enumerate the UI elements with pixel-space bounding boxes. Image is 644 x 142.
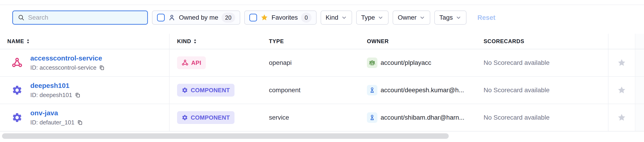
column-header-label: NAME bbox=[7, 38, 24, 45]
type-value: component bbox=[269, 86, 300, 94]
owner-label: account/plplayacc bbox=[380, 59, 432, 66]
api-entity-icon bbox=[12, 57, 22, 68]
kind-cell: COMPONENT bbox=[169, 77, 262, 104]
search-input[interactable] bbox=[28, 14, 143, 21]
column-header-label: TYPE bbox=[269, 38, 284, 45]
type-value: service bbox=[269, 114, 289, 121]
column-header-label: KIND bbox=[177, 38, 191, 45]
entity-name-link[interactable]: deepesh101 bbox=[30, 82, 81, 89]
catalog-page: Owned by me 20 Favorites 0 Kind Type bbox=[0, 0, 644, 142]
name-stack: deepesh101 ID: deepesh101 bbox=[30, 82, 81, 99]
top-divider bbox=[0, 5, 644, 5]
column-header-label: OWNER bbox=[367, 38, 389, 45]
type-dropdown-label: Type bbox=[361, 14, 375, 21]
kind-badge-label: API bbox=[191, 59, 201, 66]
type-cell: component bbox=[262, 86, 359, 94]
scorecard-status: No Scorecard available bbox=[484, 59, 550, 66]
column-header-owner: OWNER bbox=[359, 38, 476, 45]
table-right-gutter bbox=[635, 34, 644, 49]
tags-dropdown[interactable]: Tags bbox=[434, 11, 466, 25]
name-stack: onv-java ID: defauter_101 bbox=[30, 109, 83, 126]
entity-id: ID: accesscontrol-service bbox=[30, 64, 96, 71]
table-row[interactable]: deepesh101 ID: deepesh101 bbox=[0, 77, 644, 104]
copy-icon[interactable] bbox=[99, 65, 105, 71]
tags-dropdown-label: Tags bbox=[439, 14, 453, 21]
sort-icon bbox=[26, 39, 30, 44]
scorecard-status: No Scorecard available bbox=[484, 86, 550, 94]
owned-by-me-filter[interactable]: Owned by me 20 bbox=[152, 11, 240, 25]
kind-badge-label: COMPONENT bbox=[191, 114, 230, 121]
favorites-filter[interactable]: Favorites 0 bbox=[244, 11, 316, 25]
user-icon bbox=[367, 112, 378, 123]
owner-dropdown-label: Owner bbox=[398, 14, 416, 21]
horizontal-scrollbar[interactable] bbox=[0, 132, 644, 142]
column-header-scorecards: SCORECARDS bbox=[476, 38, 608, 45]
favorites-checkbox[interactable] bbox=[249, 14, 257, 22]
group-icon bbox=[367, 58, 378, 68]
favorite-cell bbox=[608, 104, 635, 131]
column-header-favorite bbox=[608, 34, 635, 49]
scorecard-cell: No Scorecard available bbox=[476, 114, 608, 121]
owned-by-me-label: Owned by me bbox=[179, 14, 218, 21]
star-icon bbox=[260, 14, 268, 22]
table-body: accesscontrol-service ID: accesscontrol-… bbox=[0, 49, 644, 131]
entity-id-row: ID: defauter_101 bbox=[30, 119, 83, 126]
type-cell: service bbox=[262, 114, 359, 121]
favorites-label: Favorites bbox=[272, 14, 298, 21]
entity-id: ID: deepesh101 bbox=[30, 92, 72, 99]
entity-name-link[interactable]: onv-java bbox=[30, 109, 83, 117]
owner-cell: account/deepesh.kumar@h... bbox=[359, 77, 476, 104]
horizontal-scrollbar-thumb[interactable] bbox=[2, 133, 449, 139]
kind-dropdown-label: Kind bbox=[326, 14, 338, 21]
owner-cell: account/plplayacc bbox=[359, 49, 476, 76]
name-cell: onv-java ID: defauter_101 bbox=[0, 104, 169, 131]
column-header-label: SCORECARDS bbox=[484, 38, 524, 45]
owned-by-me-count: 20 bbox=[222, 13, 235, 23]
sort-icon bbox=[193, 39, 197, 44]
gear-entity-icon bbox=[12, 85, 22, 96]
entity-id: ID: defauter_101 bbox=[30, 119, 74, 126]
chevron-down-icon bbox=[378, 15, 384, 21]
table-right-gutter bbox=[635, 77, 644, 104]
reset-button[interactable]: Reset bbox=[478, 14, 496, 22]
favorite-star-button[interactable] bbox=[617, 85, 626, 95]
owner-cell: account/shibam.dhar@harn... bbox=[359, 104, 476, 131]
kind-cell: COMPONENT bbox=[169, 104, 262, 131]
favorite-star-button[interactable] bbox=[617, 58, 626, 68]
catalog-table: NAME KIND TYPE OWNER bbox=[0, 34, 644, 131]
name-cell: deepesh101 ID: deepesh101 bbox=[0, 77, 169, 104]
filter-bar: Owned by me 20 Favorites 0 Kind Type bbox=[12, 11, 496, 25]
search-box[interactable] bbox=[12, 11, 148, 25]
chevron-down-icon bbox=[419, 15, 425, 21]
favorite-cell bbox=[608, 49, 635, 76]
table-row[interactable]: onv-java ID: defauter_101 bbox=[0, 104, 644, 131]
column-header-type: TYPE bbox=[262, 38, 359, 45]
entity-id-row: ID: accesscontrol-service bbox=[30, 64, 105, 71]
copy-icon[interactable] bbox=[74, 92, 81, 98]
type-value: openapi bbox=[269, 59, 292, 66]
kind-badge-label: COMPONENT bbox=[191, 87, 230, 94]
copy-icon[interactable] bbox=[77, 119, 83, 125]
type-dropdown[interactable]: Type bbox=[356, 11, 389, 25]
owner-dropdown[interactable]: Owner bbox=[393, 11, 430, 25]
entity-name-link[interactable]: accesscontrol-service bbox=[30, 54, 105, 62]
api-icon bbox=[182, 59, 188, 66]
owner-label: account/shibam.dhar@harn... bbox=[380, 114, 464, 121]
search-icon bbox=[18, 14, 25, 21]
user-icon bbox=[367, 85, 378, 95]
gear-icon bbox=[182, 114, 188, 121]
name-stack: accesscontrol-service ID: accesscontrol-… bbox=[30, 54, 105, 71]
owner-label: account/deepesh.kumar@h... bbox=[380, 86, 464, 94]
column-header-kind[interactable]: KIND bbox=[169, 34, 262, 49]
table-right-gutter bbox=[635, 104, 644, 131]
name-cell: accesscontrol-service ID: accesscontrol-… bbox=[0, 49, 169, 76]
table-header-row: NAME KIND TYPE OWNER bbox=[0, 34, 644, 49]
favorite-star-button[interactable] bbox=[617, 113, 626, 122]
kind-dropdown[interactable]: Kind bbox=[321, 11, 352, 25]
owned-by-me-checkbox[interactable] bbox=[157, 14, 165, 22]
person-icon bbox=[168, 14, 176, 22]
table-row[interactable]: accesscontrol-service ID: accesscontrol-… bbox=[0, 49, 644, 77]
kind-badge: COMPONENT bbox=[177, 84, 234, 97]
type-cell: openapi bbox=[262, 59, 359, 66]
column-header-name[interactable]: NAME bbox=[0, 38, 169, 45]
